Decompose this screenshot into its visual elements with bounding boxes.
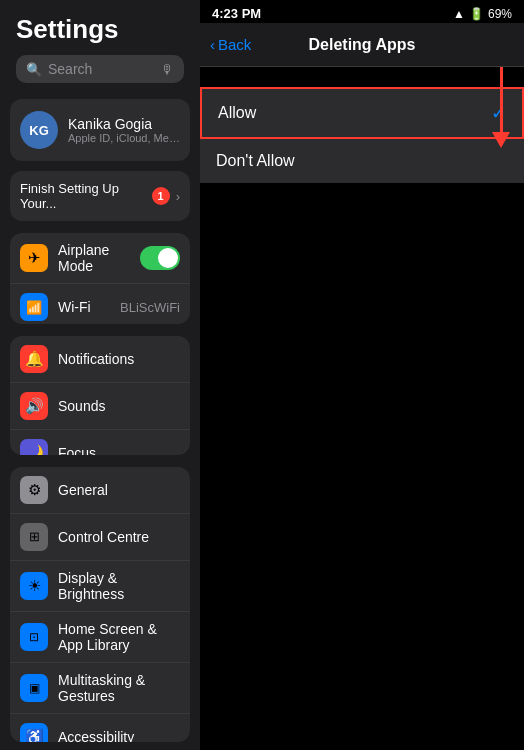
options-container: Allow ✓ Don't Allow <box>200 67 524 183</box>
option-allow[interactable]: Allow ✓ <box>200 87 524 139</box>
sidebar-item-sounds[interactable]: 🔊 Sounds <box>10 383 190 430</box>
nav-bar: ‹ Back Deleting Apps <box>200 23 524 67</box>
status-time: 4:23 PM <box>212 6 268 21</box>
back-label: Back <box>218 36 251 53</box>
accessibility-icon: ♿ <box>20 723 48 742</box>
wifi-label: Wi-Fi <box>58 299 110 315</box>
finish-setup-left: Finish Setting Up Your... <box>20 181 152 211</box>
user-name: Kanika Gogia <box>68 116 180 132</box>
sidebar-item-notifications[interactable]: 🔔 Notifications <box>10 336 190 383</box>
status-bar: 4:23 PM ▲ 🔋 69% <box>200 0 524 23</box>
mic-icon: 🎙 <box>161 62 174 77</box>
finish-setup-banner[interactable]: Finish Setting Up Your... 1 › <box>10 171 190 221</box>
status-icons: ▲ 🔋 69% <box>453 7 512 21</box>
user-subtitle: Apple ID, iCloud, Media & Purchases <box>68 132 180 144</box>
display-label: Display & Brightness <box>58 570 180 602</box>
back-button[interactable]: ‹ Back <box>210 36 251 53</box>
finish-setup-badge: 1 <box>152 187 170 205</box>
sidebar-item-wifi[interactable]: 📶 Wi-Fi BLiScWiFi <box>10 284 190 324</box>
sounds-icon: 🔊 <box>20 392 48 420</box>
notifications-icon: 🔔 <box>20 345 48 373</box>
user-info: Kanika Gogia Apple ID, iCloud, Media & P… <box>68 116 180 144</box>
battery-level: 69% <box>488 7 512 21</box>
user-profile[interactable]: KG Kanika Gogia Apple ID, iCloud, Media … <box>10 99 190 161</box>
accessibility-label: Accessibility <box>58 729 180 742</box>
general-icon: ⚙ <box>20 476 48 504</box>
chevron-right-icon: › <box>176 189 180 204</box>
options-list: Allow ✓ Don't Allow <box>200 87 524 183</box>
finish-setup-right: 1 › <box>152 187 180 205</box>
controlcentre-icon: ⊞ <box>20 523 48 551</box>
sidebar-header: Settings 🔍 Search 🎙 <box>0 0 200 89</box>
page-title: Deleting Apps <box>309 36 416 54</box>
general-label: General <box>58 482 180 498</box>
sidebar-item-multitasking[interactable]: ▣ Multitasking & Gestures <box>10 663 190 714</box>
sidebar-item-focus[interactable]: 🌙 Focus <box>10 430 190 455</box>
notifications-label: Notifications <box>58 351 180 367</box>
option-allow-checkmark: ✓ <box>491 102 506 124</box>
option-allow-label: Allow <box>218 104 256 122</box>
settings-group-system: 🔔 Notifications 🔊 Sounds 🌙 Focus ⏱ Scree… <box>10 336 190 455</box>
sidebar-item-general[interactable]: ⚙ General <box>10 467 190 514</box>
avatar: KG <box>20 111 58 149</box>
option-dontallow[interactable]: Don't Allow <box>200 139 524 183</box>
multitasking-label: Multitasking & Gestures <box>58 672 180 704</box>
homescreen-label: Home Screen & App Library <box>58 621 180 653</box>
focus-icon: 🌙 <box>20 439 48 455</box>
sidebar-item-display[interactable]: ☀ Display & Brightness <box>10 561 190 612</box>
settings-group-device: ⚙ General ⊞ Control Centre ☀ Display & B… <box>10 467 190 742</box>
sidebar-item-homescreen[interactable]: ⊡ Home Screen & App Library <box>10 612 190 663</box>
airplane-label: Airplane Mode <box>58 242 130 274</box>
finish-setup-text: Finish Setting Up Your... <box>20 181 152 211</box>
display-icon: ☀ <box>20 572 48 600</box>
wifi-icon: 📶 <box>20 293 48 321</box>
multitasking-icon: ▣ <box>20 674 48 702</box>
sidebar-item-accessibility[interactable]: ♿ Accessibility <box>10 714 190 742</box>
controlcentre-label: Control Centre <box>58 529 180 545</box>
wifi-status-icon: ▲ <box>453 7 465 21</box>
wifi-value: BLiScWiFi <box>120 300 180 315</box>
airplane-toggle[interactable] <box>140 246 180 270</box>
search-bar[interactable]: 🔍 Search 🎙 <box>16 55 184 83</box>
search-placeholder: Search <box>48 61 155 77</box>
sidebar-title: Settings <box>16 14 184 45</box>
sidebar: Settings 🔍 Search 🎙 KG Kanika Gogia Appl… <box>0 0 200 750</box>
sidebar-item-airplane[interactable]: ✈ Airplane Mode <box>10 233 190 284</box>
back-chevron-icon: ‹ <box>210 36 215 53</box>
settings-group-connectivity: ✈ Airplane Mode 📶 Wi-Fi BLiScWiFi B Blue… <box>10 233 190 324</box>
battery-icon: 🔋 <box>469 7 484 21</box>
search-icon: 🔍 <box>26 62 42 77</box>
sidebar-item-controlcentre[interactable]: ⊞ Control Centre <box>10 514 190 561</box>
option-dontallow-label: Don't Allow <box>216 152 295 170</box>
focus-label: Focus <box>58 445 180 455</box>
sounds-label: Sounds <box>58 398 180 414</box>
right-panel: 4:23 PM ▲ 🔋 69% ‹ Back Deleting Apps All… <box>200 0 524 750</box>
airplane-icon: ✈ <box>20 244 48 272</box>
homescreen-icon: ⊡ <box>20 623 48 651</box>
